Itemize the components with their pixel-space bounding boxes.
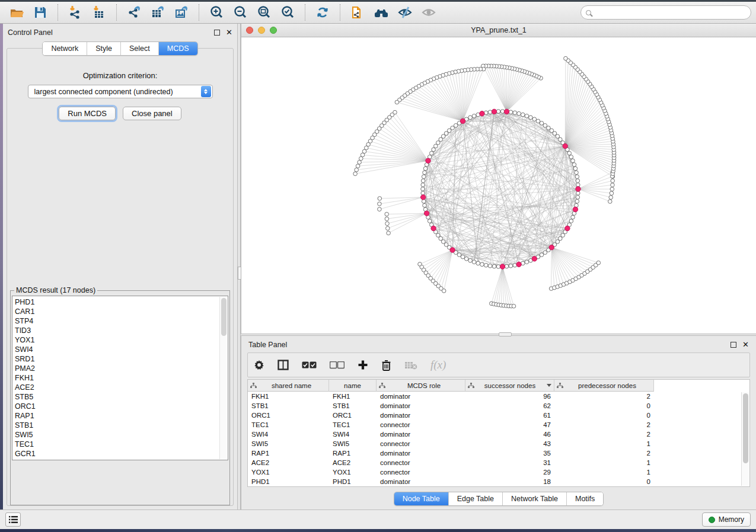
close-panel-button-inner[interactable]: Close panel [123, 107, 181, 120]
apply-layout-button[interactable] [311, 3, 334, 22]
mcds-result-item[interactable]: YOX1 [15, 335, 225, 345]
run-mcds-button[interactable]: Run MCDS [59, 107, 116, 120]
cell-mcds-role: dominator [377, 393, 465, 400]
search-field[interactable] [580, 5, 751, 20]
column-layout-button[interactable] [277, 360, 289, 370]
network-canvas[interactable] [241, 37, 756, 334]
mcds-result-item[interactable]: CAR1 [15, 307, 225, 316]
cell-shared-name: SWI5 [248, 440, 329, 447]
mcds-result-item[interactable]: SRD1 [15, 354, 225, 364]
zoom-out-button[interactable] [228, 3, 252, 22]
search-input[interactable] [595, 8, 746, 17]
table-row[interactable]: PHD1 PHD1 dominator 18 0 [248, 477, 749, 486]
splitter-handle[interactable] [499, 332, 512, 336]
cell-successor-nodes: 96 [465, 393, 554, 400]
select-all-columns-button[interactable] [302, 361, 317, 369]
export-image-button[interactable] [170, 3, 193, 22]
table-row[interactable]: RAP1 RAP1 dominator 35 2 [248, 448, 749, 458]
table-header-row: shared name name MCDS role successor nod… [248, 380, 749, 392]
binoculars-button[interactable] [369, 3, 393, 22]
table-row[interactable]: TEC1 TEC1 connector 47 2 [248, 420, 749, 430]
mcds-result-item[interactable]: PMA2 [15, 364, 225, 373]
import-network-button[interactable] [63, 3, 87, 22]
mcds-list-scrollbar[interactable] [219, 297, 227, 459]
toolbar-separator [305, 4, 305, 21]
table-row[interactable]: STB1 STB1 dominator 62 0 [248, 401, 749, 411]
open-file-button[interactable] [5, 3, 28, 22]
cell-name: STB1 [329, 402, 377, 409]
cell-mcds-role: connector [377, 459, 465, 466]
mcds-result-item[interactable]: RAP1 [15, 411, 225, 421]
memory-label: Memory [719, 515, 744, 524]
criterion-select[interactable]: largest connected component (undirected) [28, 85, 213, 98]
delete-column-button[interactable] [381, 360, 391, 371]
cell-predecessor-nodes: 0 [554, 402, 654, 409]
table-row[interactable]: ACE2 ACE2 connector 31 1 [248, 458, 749, 467]
mcds-result-item[interactable]: STP4 [15, 316, 225, 326]
tab-network[interactable]: Network [43, 42, 87, 55]
mcds-result-item[interactable]: STB5 [15, 392, 225, 402]
export-table-button[interactable] [146, 3, 170, 22]
table-row[interactable]: ORC1 ORC1 dominator 61 0 [248, 411, 749, 420]
table-scrollbar[interactable] [741, 392, 749, 486]
table-toolbar: f(x) [247, 352, 750, 377]
mcds-result-item[interactable]: SWI5 [15, 430, 225, 440]
cell-shared-name: PHD1 [248, 478, 329, 485]
mcds-result-item[interactable]: SWI4 [15, 345, 225, 354]
task-history-button[interactable] [5, 512, 21, 527]
import-table-button[interactable] [87, 3, 111, 22]
tab-edge-table[interactable]: Edge Table [448, 492, 502, 505]
zoom-fit-button[interactable] [252, 3, 276, 22]
cell-mcds-role: dominator [377, 412, 465, 419]
horizontal-splitter[interactable] [241, 334, 756, 336]
mcds-result-item[interactable]: TID3 [15, 326, 225, 335]
close-panel-button[interactable]: ✕ [226, 30, 232, 36]
function-builder-button[interactable]: f(x) [430, 358, 446, 371]
desktop-background-strip [0, 529, 756, 532]
mcds-result-item[interactable]: ORC1 [15, 402, 225, 411]
tab-mcds[interactable]: MCDS [158, 42, 197, 55]
node-table: shared name name MCDS role successor nod… [247, 379, 750, 487]
float-panel-button[interactable] [214, 30, 220, 36]
column-header-successor-nodes[interactable]: successor nodes [465, 380, 554, 392]
unchecked-boxes-icon [330, 361, 344, 369]
table-row[interactable]: SWI4 SWI4 dominator 46 2 [248, 430, 749, 439]
float-table-panel-button[interactable] [731, 342, 736, 348]
hide-selected-button[interactable] [393, 3, 417, 22]
close-table-panel-button[interactable]: ✕ [742, 342, 749, 348]
tab-style[interactable]: Style [87, 42, 120, 55]
tab-select[interactable]: Select [120, 42, 158, 55]
mcds-result-item[interactable]: FKH1 [15, 373, 225, 383]
table-row[interactable]: SWI5 SWI5 connector 43 1 [248, 439, 749, 448]
mcds-result-list[interactable]: PHD1CAR1STP4TID3YOX1SWI4SRD1PMA2FKH1ACE2… [12, 296, 228, 460]
table-row[interactable]: FKH1 FKH1 dominator 96 2 [248, 392, 749, 401]
save-session-button[interactable] [28, 3, 52, 22]
tab-motifs[interactable]: Motifs [566, 492, 603, 505]
mcds-result-item[interactable]: GCR1 [15, 449, 225, 459]
zoom-in-button[interactable] [205, 3, 228, 22]
mcds-result-item[interactable]: ACE2 [15, 383, 225, 392]
cell-successor-nodes: 62 [465, 402, 554, 409]
export-network-button[interactable] [122, 3, 146, 22]
table-row[interactable]: YOX1 YOX1 connector 29 1 [248, 467, 749, 477]
cell-name: TEC1 [329, 421, 377, 428]
table-settings-button[interactable] [254, 360, 264, 370]
memory-button[interactable]: Memory [702, 512, 751, 527]
column-header-mcds-role[interactable]: MCDS role [377, 380, 465, 392]
mcds-result-groupbox: MCDS result (17 nodes) PHD1CAR1STP4TID3Y… [10, 286, 230, 505]
mcds-result-item[interactable]: PHD1 [15, 297, 225, 307]
delete-table-button[interactable] [404, 361, 417, 370]
show-selected-button[interactable] [417, 3, 441, 22]
vertical-splitter[interactable] [237, 24, 241, 509]
column-header-name[interactable]: name [329, 380, 377, 392]
mcds-result-item[interactable]: TEC1 [15, 440, 225, 449]
column-header-predecessor-nodes[interactable]: predecessor nodes [554, 380, 654, 392]
deselect-all-columns-button[interactable] [330, 361, 344, 369]
tab-network-table[interactable]: Network Table [502, 492, 566, 505]
share-document-button[interactable] [346, 3, 369, 22]
add-column-button[interactable] [358, 360, 368, 370]
zoom-selected-button[interactable] [276, 3, 299, 22]
column-header-shared-name[interactable]: shared name [248, 380, 329, 392]
tab-node-table[interactable]: Node Table [394, 492, 448, 505]
mcds-result-item[interactable]: STB1 [15, 421, 225, 430]
